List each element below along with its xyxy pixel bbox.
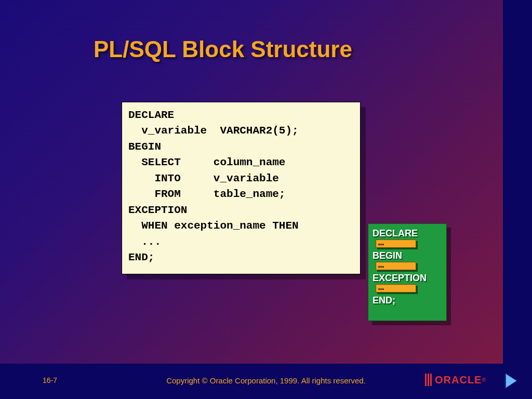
oracle-logo-text: ORACLE — [435, 374, 482, 386]
registered-icon: ® — [482, 377, 485, 383]
mini-bar: … — [376, 262, 442, 271]
slide-body: PL/SQL Block Structure DECLARE v_variabl… — [0, 0, 503, 364]
oracle-logo: ORACLE® — [425, 372, 486, 388]
slide-title: PL/SQL Block Structure — [94, 36, 352, 62]
next-slide-button[interactable] — [506, 374, 516, 388]
mini-bar: … — [376, 240, 442, 249]
slide-stage: PL/SQL Block Structure DECLARE v_variabl… — [0, 0, 532, 399]
code-box: DECLARE v_variable VARCHAR2(5); BEGIN SE… — [122, 102, 361, 274]
mini-kw-end: END; — [373, 295, 442, 306]
mini-structure-box: DECLARE … BEGIN … EXCEPTION … END; — [368, 223, 447, 321]
mini-bar: … — [376, 284, 442, 294]
